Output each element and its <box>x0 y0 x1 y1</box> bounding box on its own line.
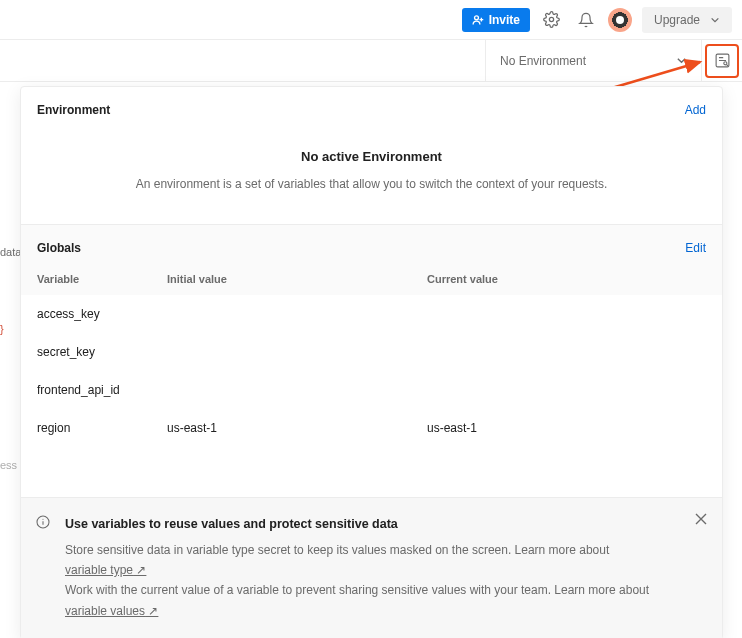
var-initial <box>167 307 427 321</box>
empty-title: No active Environment <box>61 149 682 164</box>
environment-heading: Environment <box>37 103 110 117</box>
svg-point-0 <box>474 15 478 19</box>
globals-table-body: access_key secret_key frontend_api_id re… <box>21 295 722 447</box>
globals-section: Globals Edit Variable Initial value Curr… <box>21 224 722 497</box>
svg-point-7 <box>42 519 43 520</box>
var-name: access_key <box>37 307 167 321</box>
variable-type-link[interactable]: variable type ↗ <box>65 563 146 577</box>
col-current: Current value <box>427 273 706 285</box>
upgrade-button[interactable]: Upgrade <box>642 7 732 33</box>
add-environment-link[interactable]: Add <box>685 103 706 117</box>
col-initial: Initial value <box>167 273 427 285</box>
var-initial <box>167 383 427 397</box>
avatar[interactable] <box>608 8 632 32</box>
info-line-1: Store sensitive data in variable type se… <box>65 540 674 581</box>
var-name: region <box>37 421 167 435</box>
chevron-down-icon <box>710 15 720 25</box>
globals-heading: Globals <box>37 241 81 255</box>
environment-panel: Environment Add No active Environment An… <box>20 86 723 638</box>
highlight-box <box>705 44 739 78</box>
invite-label: Invite <box>489 13 520 27</box>
table-row: frontend_api_id <box>21 371 722 409</box>
environment-quicklook-icon <box>714 52 731 69</box>
info-title: Use variables to reuse values and protec… <box>65 514 674 535</box>
var-name: frontend_api_id <box>37 383 167 397</box>
globals-section-header: Globals Edit <box>21 225 722 263</box>
variable-values-link[interactable]: variable values ↗ <box>65 604 158 618</box>
svg-point-3 <box>723 62 726 65</box>
invite-icon <box>472 14 484 26</box>
var-current <box>427 307 706 321</box>
svg-point-1 <box>550 17 554 21</box>
environment-selector-row: No Environment <box>0 40 742 82</box>
bg-text: } <box>0 323 8 335</box>
environment-quicklook-button[interactable] <box>701 40 742 81</box>
var-current <box>427 345 706 359</box>
empty-description: An environment is a set of variables tha… <box>61 174 682 194</box>
table-row: access_key <box>21 295 722 333</box>
chevron-down-icon <box>676 55 687 66</box>
var-current: us-east-1 <box>427 421 706 435</box>
edit-globals-link[interactable]: Edit <box>685 241 706 255</box>
top-toolbar: Invite Upgrade <box>0 0 742 40</box>
col-variable: Variable <box>37 273 167 285</box>
var-name: secret_key <box>37 345 167 359</box>
table-row: region us-east-1 us-east-1 <box>21 409 722 447</box>
bg-text: ess <box>0 459 21 471</box>
environment-empty-state: No active Environment An environment is … <box>21 125 722 224</box>
environment-dropdown[interactable]: No Environment <box>485 40 701 81</box>
var-current <box>427 383 706 397</box>
notifications-icon[interactable] <box>574 8 598 32</box>
globals-table-header: Variable Initial value Current value <box>21 263 722 295</box>
var-initial <box>167 345 427 359</box>
info-line-2: Work with the current value of a variabl… <box>65 580 674 621</box>
var-initial: us-east-1 <box>167 421 427 435</box>
environment-selected-label: No Environment <box>500 54 586 68</box>
upgrade-label: Upgrade <box>654 13 700 27</box>
table-row: secret_key <box>21 333 722 371</box>
close-icon[interactable] <box>694 512 708 526</box>
invite-button[interactable]: Invite <box>462 8 530 32</box>
info-icon <box>35 514 51 530</box>
info-banner: Use variables to reuse values and protec… <box>21 497 722 638</box>
settings-icon[interactable] <box>540 8 564 32</box>
environment-section-header: Environment Add <box>21 87 722 125</box>
